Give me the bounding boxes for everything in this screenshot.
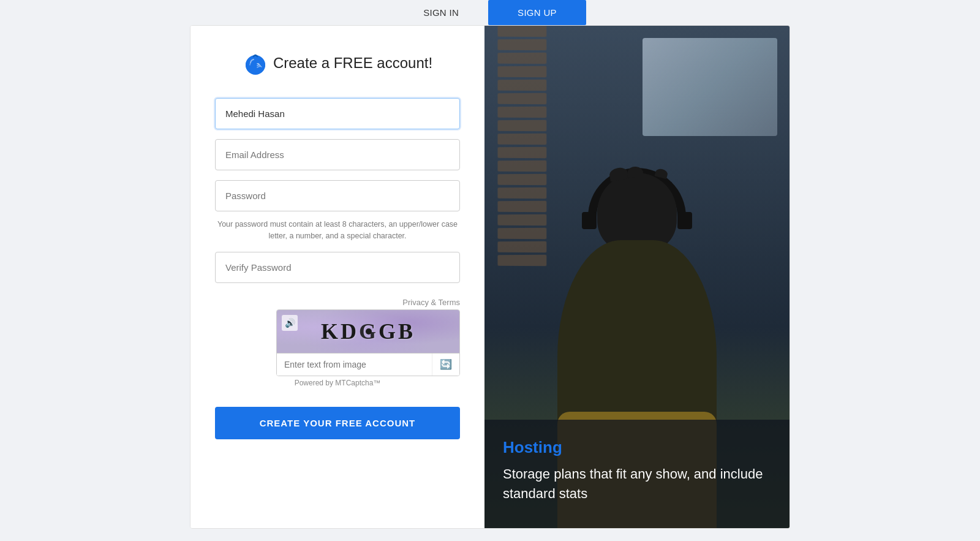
logo-title: Create a FREE account! <box>273 55 432 72</box>
logo-area: Create a FREE account! <box>243 50 432 76</box>
create-account-button[interactable]: CREATE YOUR FREE ACCOUNT <box>215 407 460 439</box>
verify-password-input[interactable] <box>215 252 460 283</box>
main-content: Create a FREE account! Your password mus… <box>190 25 790 529</box>
captcha-powered-by: Powered by MTCaptcha™ <box>295 379 381 387</box>
captcha-wrapper: Privacy & Terms 🔊 KD G GB <box>215 298 460 387</box>
email-input[interactable] <box>215 139 460 170</box>
info-overlay: Hosting Storage plans that fit any show,… <box>484 420 790 528</box>
captcha-refresh-button[interactable]: 🔄 <box>432 354 459 376</box>
form-fields: Your password must contain at least 8 ch… <box>215 98 460 439</box>
top-navigation: SIGN IN SIGN UP <box>0 0 980 25</box>
captcha-text-input[interactable] <box>277 354 432 376</box>
captcha-input-row: 🔄 <box>277 353 459 376</box>
signup-tab[interactable]: SIGN UP <box>488 0 586 25</box>
window-light <box>643 38 777 136</box>
password-input[interactable] <box>215 180 460 211</box>
hosting-description: Storage plans that fit any show, and inc… <box>503 464 771 504</box>
captcha-sound-button[interactable]: 🔊 <box>282 315 298 331</box>
password-hint: Your password must contain at least 8 ch… <box>215 219 460 242</box>
signin-tab[interactable]: SIGN IN <box>394 0 488 25</box>
hosting-label: Hosting <box>503 438 771 457</box>
form-panel: Create a FREE account! Your password mus… <box>190 26 484 528</box>
privacy-terms-link[interactable]: Privacy & Terms <box>402 298 460 307</box>
name-input[interactable] <box>215 98 460 129</box>
blinds-decoration <box>497 26 546 271</box>
captcha-box: 🔊 KD G GB 🔄 <box>276 309 460 376</box>
captcha-display-text: KD G GB <box>321 319 415 344</box>
captcha-image: 🔊 KD G GB <box>277 310 459 353</box>
logo-icon <box>243 50 268 76</box>
svg-point-1 <box>246 56 265 74</box>
right-panel: Hosting Storage plans that fit any show,… <box>484 26 790 528</box>
